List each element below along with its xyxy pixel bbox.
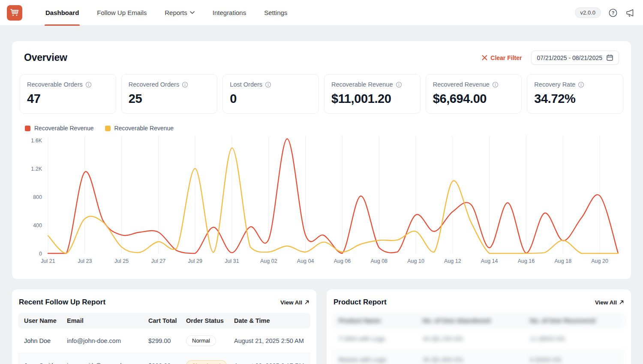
- nav-tab-label: Integrations: [213, 9, 246, 16]
- info-icon[interactable]: [85, 81, 92, 88]
- top-nav: DashboardFollow Up EmailsReportsIntegrat…: [0, 0, 643, 26]
- cell-cart-total: $299.00: [148, 337, 186, 344]
- nav-tab-integrations[interactable]: Integrations: [213, 0, 246, 26]
- column-header-user-name: User Name: [24, 317, 67, 324]
- stat-label: Lost Orders: [230, 81, 262, 88]
- legend-item[interactable]: Recoverable Revenue: [25, 125, 94, 132]
- table-row: John Doeinfo@john-doe.com$299.00NormalAu…: [18, 328, 310, 353]
- x-axis-label: Aug 12: [444, 258, 461, 264]
- x-axis-label: Aug 18: [554, 258, 571, 264]
- stat-label: Recovered Orders: [129, 81, 179, 88]
- x-axis-label: Aug 02: [260, 258, 277, 264]
- column-header-no-of-time-recovered: No. of time Recovered: [530, 317, 619, 324]
- arrow-up-right-icon: [619, 300, 624, 305]
- series-line-red: [48, 139, 618, 253]
- x-axis-label: Jul 31: [225, 258, 239, 264]
- x-axis-label: Aug 10: [407, 258, 424, 264]
- nav-tab-reports[interactable]: Reports: [165, 0, 195, 26]
- nav-tab-settings[interactable]: Settings: [264, 0, 287, 26]
- stat-label: Recovery Rate: [534, 81, 575, 88]
- cell-product-name: T-Shirt with Logo: [339, 335, 423, 342]
- x-axis-label: Aug 08: [370, 258, 388, 264]
- stat-label: Recoverable Orders: [27, 81, 83, 88]
- series-line-yellow: [48, 148, 618, 253]
- legend-swatch: [105, 126, 111, 131]
- version-badge: v2.0.0: [575, 7, 601, 18]
- stat-value: 0: [230, 92, 312, 106]
- stat-label: Recoverable Revenue: [331, 81, 393, 88]
- info-icon[interactable]: [265, 81, 271, 88]
- stat-value: 25: [129, 92, 210, 106]
- column-header-date-time: Date & Time: [234, 317, 304, 324]
- info-icon[interactable]: [492, 81, 499, 88]
- y-axis-label: 0: [39, 251, 42, 257]
- follow-up-report-title: Recent Follow Up Report: [19, 298, 105, 307]
- table-row: T-Shirt with Logo45 ($2,250.00)12 ($600.…: [333, 328, 625, 349]
- cell-email: jane.smith@example.com: [67, 362, 148, 364]
- legend-item[interactable]: Recoverable Revenue: [105, 125, 174, 132]
- nav-tab-follow-up-emails[interactable]: Follow Up Emails: [97, 0, 147, 26]
- follow-up-table: User NameEmailCart TotalOrder StatusDate…: [18, 313, 310, 364]
- y-axis-label: 400: [33, 223, 42, 229]
- legend-label: Recoverable Revenue: [114, 125, 174, 132]
- arrow-up-right-icon: [304, 300, 309, 305]
- column-header-product-name: Product Name: [339, 317, 423, 324]
- stat-card-recoverable-revenue: Recoverable Revenue$11,001.20: [324, 74, 421, 114]
- date-range-picker[interactable]: 07/21/2025 - 08/21/2025: [531, 51, 619, 65]
- cell-recovered: 8 ($400.00): [530, 356, 619, 363]
- info-icon[interactable]: [396, 81, 402, 88]
- x-axis-label: Aug 14: [481, 258, 498, 264]
- nav-tab-label: Dashboard: [45, 9, 79, 16]
- nav-tab-label: Follow Up Emails: [97, 9, 147, 16]
- x-axis-label: Jul 25: [114, 258, 129, 264]
- x-axis-label: Aug 20: [591, 258, 608, 264]
- follow-up-view-all-button[interactable]: View All: [280, 299, 309, 306]
- nav-tab-dashboard[interactable]: Dashboard: [45, 0, 79, 26]
- info-icon[interactable]: [578, 81, 584, 88]
- stat-card-recoverable-orders: Recoverable Orders47: [20, 74, 116, 114]
- calendar-icon: [606, 54, 613, 61]
- table-row: Jane Smithjane.smith@example.com$299.00A…: [18, 353, 310, 364]
- status-badge: Abandoned: [186, 360, 227, 364]
- revenue-chart: Jul 21Jul 23Jul 25Jul 27Jul 29Jul 31Aug …: [20, 133, 622, 268]
- cell-user-name: John Doe: [24, 337, 67, 344]
- cell-datetime: August 20, 2025 9:17 PM: [234, 362, 304, 364]
- y-axis-label: 800: [33, 194, 42, 200]
- stat-card-recovered-orders: Recovered Orders25: [121, 74, 218, 114]
- cell-recovered: 12 ($600.00): [530, 335, 619, 342]
- close-icon: [482, 55, 487, 60]
- x-axis-label: Aug 06: [334, 258, 351, 264]
- nav-tab-label: Settings: [264, 9, 287, 16]
- cart-icon: [9, 8, 20, 18]
- nav-tabs: DashboardFollow Up EmailsReportsIntegrat…: [36, 0, 296, 26]
- legend-swatch: [25, 126, 30, 131]
- x-axis-label: Jul 27: [151, 258, 165, 264]
- x-axis-label: Aug 04: [297, 258, 314, 264]
- app-logo[interactable]: [7, 5, 22, 21]
- stat-label: Recovered Revenue: [433, 81, 490, 88]
- page-title: Overview: [24, 52, 67, 63]
- cell-datetime: August 21, 2025 2:50 AM: [234, 337, 304, 344]
- status-badge: Normal: [186, 335, 216, 346]
- cell-cart-total: $299.00: [148, 362, 186, 364]
- help-icon[interactable]: ?: [608, 8, 618, 18]
- nav-tab-label: Reports: [165, 9, 187, 16]
- y-axis-label: 1.6K: [31, 138, 42, 144]
- cell-product-name: Beanie with Logo: [339, 356, 423, 363]
- product-view-all-button[interactable]: View All: [595, 299, 624, 306]
- column-header-no-of-time-abandoned: No. of time Abandoned: [423, 317, 530, 324]
- info-icon[interactable]: [182, 81, 188, 88]
- column-header-email: Email: [67, 317, 148, 324]
- column-header-cart-total: Cart Total: [148, 317, 186, 324]
- chart-legend: Recoverable RevenueRecoverable Revenue: [25, 125, 623, 132]
- stat-card-lost-orders: Lost Orders0: [222, 74, 319, 114]
- svg-text:?: ?: [612, 10, 615, 15]
- clear-filter-button[interactable]: Clear Filter: [482, 54, 522, 61]
- follow-up-report-card: Recent Follow Up Report View All User Na…: [12, 289, 316, 364]
- product-table: Product NameNo. of time AbandonedNo. of …: [333, 313, 625, 364]
- product-report-title: Product Report: [334, 298, 387, 307]
- stat-value: $11,001.20: [331, 92, 413, 106]
- announcements-icon[interactable]: [625, 8, 635, 18]
- x-axis-label: Jul 23: [78, 258, 92, 264]
- stat-cards: Recoverable Orders47Recovered Orders25Lo…: [20, 74, 623, 114]
